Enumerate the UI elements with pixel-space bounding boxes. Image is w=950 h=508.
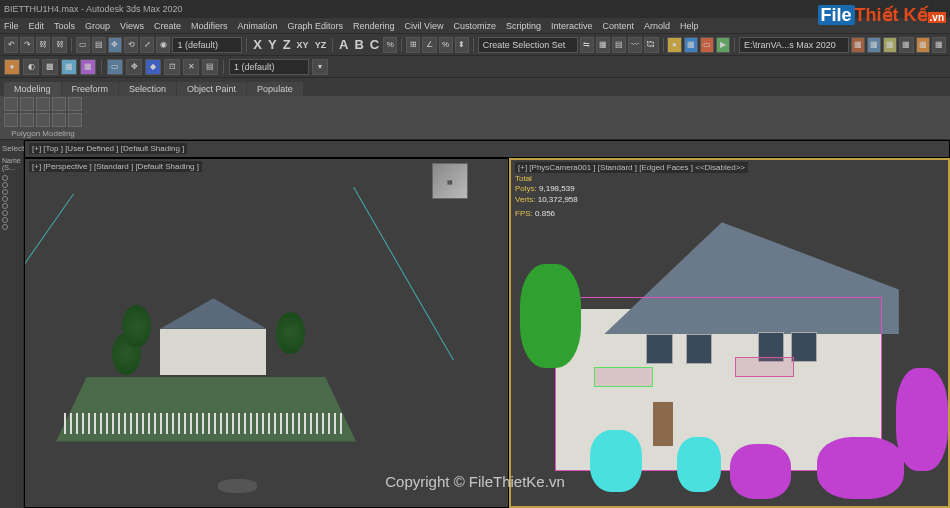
axis-yz-icon[interactable]: YZ xyxy=(315,40,327,50)
visibility-icon[interactable] xyxy=(2,217,8,223)
visibility-icon[interactable] xyxy=(2,175,8,181)
asset-icon-6[interactable]: ▦ xyxy=(932,37,946,53)
rotate-icon[interactable]: ⟲ xyxy=(124,37,138,53)
align-icon[interactable]: ▦ xyxy=(596,37,610,53)
menu-views[interactable]: Views xyxy=(120,21,144,31)
asset-icon-2[interactable]: ▦ xyxy=(867,37,881,53)
ribbon-tab-freeform[interactable]: Freeform xyxy=(62,82,119,96)
menu-rendering[interactable]: Rendering xyxy=(353,21,395,31)
visibility-icon[interactable] xyxy=(2,182,8,188)
selection-set-dropdown[interactable]: Create Selection Set xyxy=(478,37,578,53)
viewport-cam-label[interactable]: [+] [PhysCamera001 ] [Standard ] [Edged … xyxy=(515,162,748,173)
letter-c[interactable]: C xyxy=(370,37,379,52)
tb2-icon-2[interactable]: ◐ xyxy=(23,59,39,75)
tb2-doc-icon[interactable]: ▤ xyxy=(202,59,218,75)
tb2-icon-3[interactable]: ▩ xyxy=(42,59,58,75)
tb2-icon-4[interactable]: ▦ xyxy=(61,59,77,75)
tb2-chevron-icon[interactable]: ▾ xyxy=(312,59,328,75)
rp-icon-c[interactable] xyxy=(36,113,50,127)
scene-item[interactable] xyxy=(2,175,21,181)
menu-file[interactable]: File xyxy=(4,21,19,31)
undo-icon[interactable]: ↶ xyxy=(4,37,18,53)
render-icon[interactable]: ▶ xyxy=(716,37,730,53)
tb2-icon-6[interactable]: ⊡ xyxy=(164,59,180,75)
rp-element-icon[interactable] xyxy=(68,97,82,111)
percent-icon[interactable]: % xyxy=(383,37,397,53)
axis-z-icon[interactable]: Z xyxy=(283,37,291,52)
rp-icon-e[interactable] xyxy=(68,113,82,127)
menu-interactive[interactable]: Interactive xyxy=(551,21,593,31)
menu-edit[interactable]: Edit xyxy=(29,21,45,31)
viewport-top[interactable]: [+] [Top ] [User Defined ] [Default Shad… xyxy=(24,140,950,158)
viewport-camera[interactable]: [+] [PhysCamera001 ] [Standard ] [Edged … xyxy=(509,158,950,508)
visibility-icon[interactable] xyxy=(2,224,8,230)
menu-civil-view[interactable]: Civil View xyxy=(405,21,444,31)
snap-icon[interactable]: ⊞ xyxy=(406,37,420,53)
ribbon-tab-selection[interactable]: Selection xyxy=(119,82,176,96)
select-icon[interactable]: ▭ xyxy=(76,37,90,53)
tb2-x-icon[interactable]: ✕ xyxy=(183,59,199,75)
menu-animation[interactable]: Animation xyxy=(237,21,277,31)
mirror-icon[interactable]: ⇋ xyxy=(580,37,594,53)
tb2-move-icon[interactable]: ✥ xyxy=(126,59,142,75)
rp-icon-b[interactable] xyxy=(20,113,34,127)
tb2-icon-5[interactable]: ▦ xyxy=(80,59,96,75)
rp-edge-icon[interactable] xyxy=(20,97,34,111)
layers-icon[interactable]: ▤ xyxy=(612,37,626,53)
curve-editor-icon[interactable]: 〰 xyxy=(628,37,642,53)
scale-icon[interactable]: ⤢ xyxy=(140,37,154,53)
visibility-icon[interactable] xyxy=(2,189,8,195)
menu-content[interactable]: Content xyxy=(602,21,634,31)
rp-border-icon[interactable] xyxy=(36,97,50,111)
letter-b[interactable]: B xyxy=(354,37,363,52)
menu-arnold[interactable]: Arnold xyxy=(644,21,670,31)
render-frame-icon[interactable]: ▭ xyxy=(700,37,714,53)
menu-tools[interactable]: Tools xyxy=(54,21,75,31)
scene-item[interactable] xyxy=(2,196,21,202)
scene-item[interactable] xyxy=(2,189,21,195)
ribbon-tab-modeling[interactable]: Modeling xyxy=(4,82,61,96)
rp-poly-icon[interactable] xyxy=(52,97,66,111)
schematic-icon[interactable]: ⿻ xyxy=(644,37,658,53)
select-name-icon[interactable]: ▤ xyxy=(92,37,106,53)
tb2-select-icon[interactable]: ▭ xyxy=(107,59,123,75)
scene-item[interactable] xyxy=(2,217,21,223)
axis-y-icon[interactable]: Y xyxy=(268,37,277,52)
visibility-icon[interactable] xyxy=(2,210,8,216)
viewport-persp-label[interactable]: [+] [Perspective ] [Standard ] [Default … xyxy=(29,161,202,172)
rp-vertex-icon[interactable] xyxy=(4,97,18,111)
visibility-icon[interactable] xyxy=(2,196,8,202)
menu-help[interactable]: Help xyxy=(680,21,699,31)
visibility-icon[interactable] xyxy=(2,203,8,209)
asset-icon-1[interactable]: ▦ xyxy=(851,37,865,53)
redo-icon[interactable]: ↷ xyxy=(20,37,34,53)
place-icon[interactable]: ◉ xyxy=(156,37,170,53)
axis-xy-icon[interactable]: XY xyxy=(297,40,309,50)
link-icon[interactable]: ⛓ xyxy=(36,37,50,53)
menu-scripting[interactable]: Scripting xyxy=(506,21,541,31)
material-editor-icon[interactable]: ● xyxy=(667,37,681,53)
letter-a[interactable]: A xyxy=(339,37,348,52)
axis-x-icon[interactable]: X xyxy=(253,37,262,52)
select-move-icon[interactable]: ✥ xyxy=(108,37,122,53)
spinner-snap-icon[interactable]: ⬍ xyxy=(455,37,469,53)
tb2-icon-1[interactable]: ● xyxy=(4,59,20,75)
scene-item[interactable] xyxy=(2,210,21,216)
scene-item[interactable] xyxy=(2,203,21,209)
menu-group[interactable]: Group xyxy=(85,21,110,31)
unlink-icon[interactable]: ⛓ xyxy=(52,37,66,53)
viewport-perspective[interactable]: [+] [Perspective ] [Standard ] [Default … xyxy=(24,158,509,508)
scene-item[interactable] xyxy=(2,182,21,188)
ribbon-tab-populate[interactable]: Populate xyxy=(247,82,303,96)
scene-item[interactable] xyxy=(2,224,21,230)
rp-icon-d[interactable] xyxy=(52,113,66,127)
tb2-dropdown[interactable]: 1 (default) xyxy=(229,59,309,75)
asset-icon-4[interactable]: ▦ xyxy=(899,37,913,53)
path-dropdown[interactable]: E:\tranVA...s Max 2020 xyxy=(739,37,849,53)
coordsys-dropdown[interactable]: 1 (default) xyxy=(172,37,242,53)
menu-modifiers[interactable]: Modifiers xyxy=(191,21,228,31)
render-setup-icon[interactable]: ▦ xyxy=(684,37,698,53)
ribbon-tab-object-paint[interactable]: Object Paint xyxy=(177,82,246,96)
asset-icon-5[interactable]: ▦ xyxy=(916,37,930,53)
menu-create[interactable]: Create xyxy=(154,21,181,31)
